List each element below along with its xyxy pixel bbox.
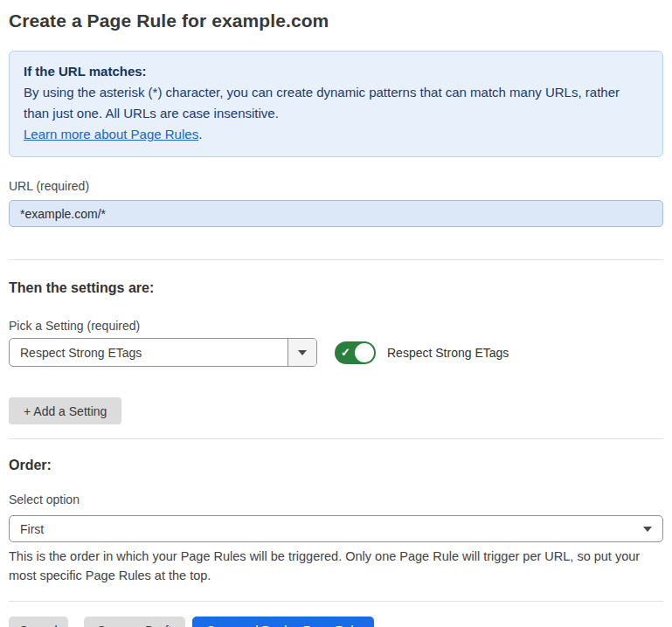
etags-toggle[interactable]: ✓ — [335, 341, 376, 364]
setting-select-value: Respect Strong ETags — [10, 339, 288, 366]
info-box-body: By using the asterisk (*) character, you… — [24, 82, 648, 124]
url-input[interactable] — [9, 200, 663, 227]
info-box-heading: If the URL matches: — [24, 61, 648, 82]
chevron-down-icon — [643, 527, 652, 532]
url-match-info-box: If the URL matches: By using the asteris… — [9, 51, 663, 157]
info-box-link-line: Learn more about Page Rules. — [24, 124, 648, 145]
order-select-value: First — [20, 522, 643, 536]
order-help-text: This is the order in which your Page Rul… — [9, 547, 663, 585]
learn-more-link[interactable]: Learn more about Page Rules — [24, 127, 198, 141]
divider — [9, 259, 663, 260]
url-label: URL (required) — [9, 179, 663, 193]
form-actions: Cancel Save as Draft Save and Deploy Pag… — [9, 617, 663, 627]
add-setting-button[interactable]: + Add a Setting — [9, 397, 121, 424]
select-option-label: Select option — [9, 493, 663, 506]
divider — [9, 438, 663, 439]
cancel-button[interactable]: Cancel — [9, 617, 68, 627]
page-title: Create a Page Rule for example.com — [9, 10, 663, 31]
check-icon: ✓ — [341, 347, 350, 358]
save-deploy-button[interactable]: Save and Deploy Page Rule — [192, 617, 374, 627]
setting-row: Respect Strong ETags ✓ Respect Strong ET… — [9, 338, 663, 367]
pick-setting-label: Pick a Setting (required) — [9, 319, 663, 333]
toggle-knob — [355, 343, 374, 362]
order-select[interactable]: First — [9, 515, 663, 542]
setting-select[interactable]: Respect Strong ETags — [9, 338, 317, 367]
link-suffix: . — [198, 127, 202, 141]
settings-heading: Then the settings are: — [9, 280, 663, 296]
order-heading: Order: — [9, 458, 663, 473]
dropdown-arrow-icon — [298, 350, 307, 355]
setting-select-arrow-button[interactable] — [288, 339, 316, 366]
save-draft-button[interactable]: Save as Draft — [84, 617, 186, 627]
toggle-label: Respect Strong ETags — [387, 346, 509, 360]
page-rule-form: Create a Page Rule for example.com If th… — [0, 0, 672, 627]
divider — [9, 601, 663, 602]
info-box-body-text: By using the asterisk (*) character, you… — [24, 85, 620, 121]
